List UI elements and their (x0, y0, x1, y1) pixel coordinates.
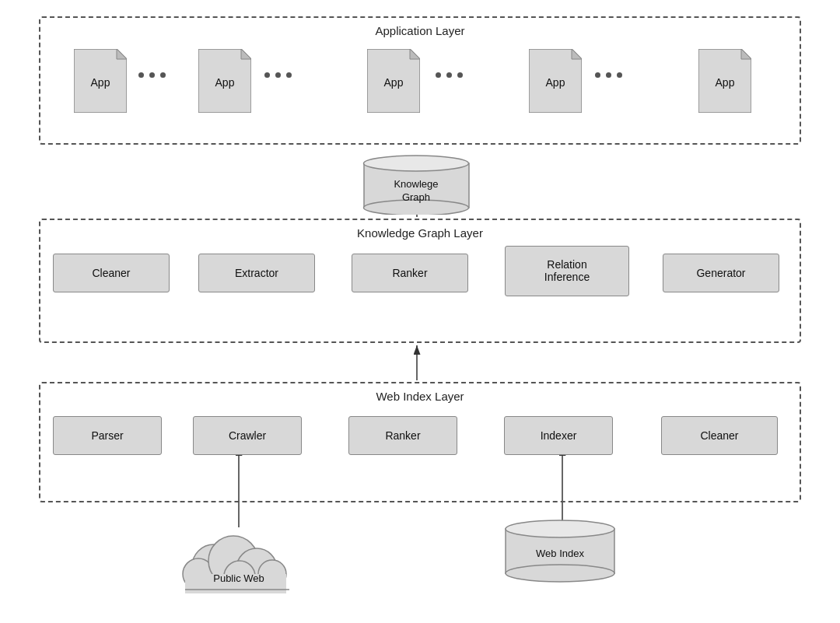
svg-text:Graph: Graph (402, 191, 430, 203)
public-web-cloud: Public Web (171, 518, 307, 596)
kg-generator: Generator (663, 254, 779, 292)
app-icon-4: App (529, 49, 582, 113)
kg-layer-label: Knowledge Graph Layer (40, 226, 800, 240)
svg-marker-9 (117, 49, 127, 59)
svg-text:App: App (91, 76, 110, 89)
svg-text:Public Web: Public Web (213, 572, 264, 584)
diagram: Application Layer App App App App (16, 9, 824, 615)
svg-text:App: App (384, 76, 404, 89)
svg-marker-12 (241, 49, 251, 59)
dots-3 (436, 72, 463, 78)
svg-text:App: App (716, 76, 735, 89)
svg-marker-18 (572, 49, 582, 59)
kg-relation-inference: Relation Inference (505, 246, 629, 296)
svg-point-39 (506, 520, 614, 537)
app-icon-5: App (698, 49, 751, 113)
svg-text:Knowlege: Knowlege (394, 178, 438, 190)
svg-marker-21 (741, 49, 751, 59)
app-layer-box: Application Layer (39, 16, 801, 145)
web-indexer: Indexer (504, 416, 613, 455)
kg-cleaner: Cleaner (53, 254, 170, 292)
svg-point-25 (364, 156, 469, 171)
svg-text:App: App (546, 76, 565, 89)
web-cleaner: Cleaner (661, 416, 778, 455)
kg-ranker: Ranker (352, 254, 468, 292)
dots-4 (595, 72, 622, 78)
svg-text:Web Index: Web Index (536, 548, 584, 559)
svg-marker-15 (410, 49, 420, 59)
knowledge-graph-cylinder: Knowlege Graph (360, 152, 473, 215)
app-icon-3: App (367, 49, 420, 113)
dots-1 (138, 72, 166, 78)
dots-2 (264, 72, 292, 78)
svg-text:App: App (215, 76, 235, 89)
web-parser: Parser (53, 416, 162, 455)
app-icon-1: App (74, 49, 127, 113)
kg-extractor: Extractor (198, 254, 315, 292)
web-layer-label: Web Index Layer (40, 390, 800, 403)
app-layer-label: Application Layer (40, 24, 800, 37)
svg-point-38 (506, 565, 614, 582)
web-crawler: Crawler (193, 416, 302, 455)
web-index-cylinder: Web Index (502, 518, 618, 584)
app-icon-2: App (198, 49, 251, 113)
web-ranker: Ranker (348, 416, 457, 455)
